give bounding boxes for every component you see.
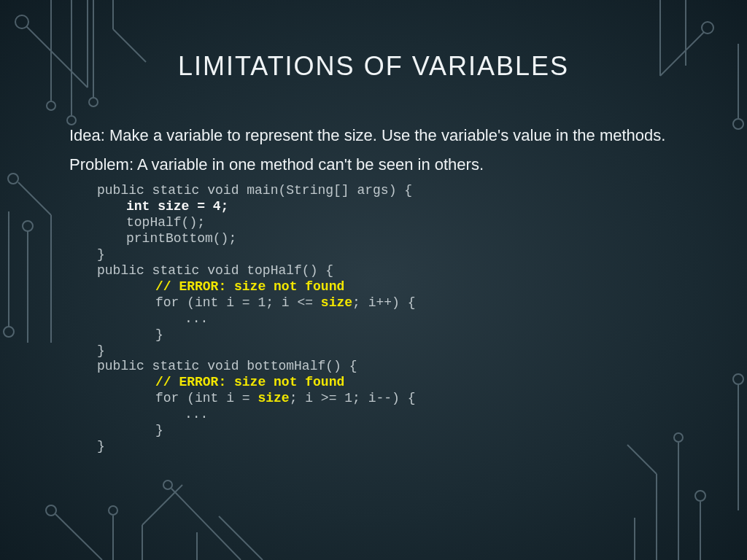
svg-point-35 bbox=[109, 506, 117, 515]
svg-line-42 bbox=[219, 516, 263, 560]
code-block: public static void main(String[] args) {… bbox=[97, 183, 678, 455]
svg-line-34 bbox=[55, 514, 102, 560]
svg-point-33 bbox=[46, 505, 56, 516]
problem-text: Problem: A variable in one method can't … bbox=[69, 155, 678, 175]
idea-text: Idea: Make a variable to represent the s… bbox=[69, 125, 678, 146]
svg-point-26 bbox=[695, 491, 705, 501]
svg-line-40 bbox=[142, 485, 182, 525]
svg-line-38 bbox=[171, 489, 241, 560]
slide-title: LIMITATIONS OF VARIABLES bbox=[69, 51, 678, 82]
